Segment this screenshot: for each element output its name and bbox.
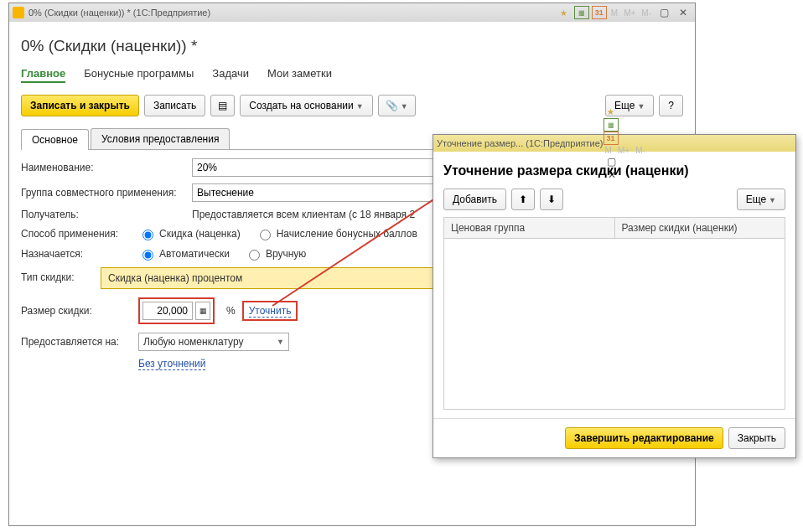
provided-label: Предоставляется на:	[21, 336, 138, 348]
window-title: 0% (Скидки (наценки)) * (1С:Предприятие)	[28, 8, 557, 18]
size-highlight-box: ▦	[138, 297, 215, 324]
size-input[interactable]	[142, 302, 193, 320]
clarify-highlight-box: Уточнить	[242, 301, 298, 321]
m-minus-indicator: M-	[640, 8, 653, 18]
assign-label: Назначается:	[21, 248, 138, 260]
subtab-conditions[interactable]: Условия предоставления	[91, 128, 230, 149]
provided-select[interactable]: Любую номенклатуру ▼	[138, 333, 289, 351]
method-discount-radio[interactable]: Скидка (наценка)	[138, 227, 241, 240]
calculator-field-icon[interactable]: ▦	[195, 302, 210, 320]
m-indicator: M	[604, 146, 614, 155]
modal-content: Уточнение размера скидки (наценки) Добав…	[433, 152, 795, 418]
method-bonus-radio[interactable]: Начисление бонусных баллов	[256, 227, 417, 240]
page-title: 0% (Скидки (наценки)) *	[21, 37, 683, 55]
column-discount-size[interactable]: Размер скидки (наценки)	[615, 218, 785, 238]
tab-main[interactable]: Главное	[21, 67, 65, 83]
tab-bonus[interactable]: Бонусные программы	[84, 67, 194, 83]
name-label: Наименование:	[21, 162, 192, 173]
modal-window: Уточнение размер... (1С:Предприятие) ★ ▦…	[433, 134, 796, 458]
clarify-link[interactable]: Уточнить	[249, 305, 292, 318]
calculator-icon[interactable]: ▦	[574, 6, 589, 19]
assign-auto-radio[interactable]: Автоматически	[138, 247, 230, 261]
size-label: Размер скидки:	[21, 305, 138, 317]
percent-sign: %	[226, 305, 236, 317]
type-label: Тип скидки:	[21, 267, 101, 289]
recipient-value: Предоставляется всем клиентам (с 18 янва…	[192, 209, 415, 220]
recipient-label: Получатель:	[21, 209, 192, 220]
subtab-main[interactable]: Основное	[21, 129, 89, 150]
table-header-row: Ценовая группа Размер скидки (наценки)	[444, 218, 785, 239]
create-based-button[interactable]: Создать на основании▼	[240, 95, 372, 116]
type-value: Скидка (наценка) процентом	[108, 272, 242, 284]
save-button[interactable]: Записать	[144, 95, 205, 116]
close-icon[interactable]: ✕	[675, 6, 692, 19]
m-plus-indicator: M+	[622, 8, 637, 18]
group-label: Группа совместного применения:	[21, 187, 192, 199]
modal-heading: Уточнение размера скидки (наценки)	[443, 163, 785, 178]
attach-icon-button[interactable]: 📎▼	[378, 95, 416, 116]
m-minus-indicator: M-	[634, 146, 647, 155]
m-plus-indicator: M+	[616, 146, 631, 155]
favorite-icon[interactable]: ★	[557, 6, 572, 19]
maximize-icon[interactable]: ▢	[655, 6, 672, 19]
main-toolbar: Записать и закрыть Записать ▤ Создать на…	[21, 95, 683, 116]
nav-tabs: Главное Бонусные программы Задачи Мои за…	[21, 67, 683, 83]
modal-window-title: Уточнение размер... (1С:Предприятие)	[437, 138, 604, 148]
help-button[interactable]: ?	[659, 95, 683, 116]
group-input[interactable]	[192, 183, 435, 202]
modal-toolbar: Добавить ⬆ ⬇ Еще▼	[443, 189, 785, 210]
tab-tasks[interactable]: Задачи	[212, 67, 249, 83]
save-close-button[interactable]: Записать и закрыть	[21, 95, 139, 116]
tab-notes[interactable]: Мои заметки	[267, 67, 332, 83]
move-up-button[interactable]: ⬆	[511, 189, 535, 210]
add-button[interactable]: Добавить	[443, 189, 506, 210]
calculator-icon[interactable]: ▦	[604, 118, 619, 132]
column-price-group[interactable]: Ценовая группа	[444, 218, 615, 238]
chevron-down-icon: ▼	[277, 338, 284, 346]
finish-edit-button[interactable]: Завершить редактирование	[565, 427, 723, 449]
method-label: Способ применения:	[21, 228, 138, 240]
modal-more-button[interactable]: Еще▼	[737, 189, 785, 210]
app-icon	[13, 7, 24, 18]
m-indicator: M	[609, 8, 619, 18]
close-button[interactable]: Закрыть	[728, 427, 785, 449]
move-down-button[interactable]: ⬇	[540, 189, 563, 210]
modal-footer: Завершить редактирование Закрыть	[433, 418, 795, 457]
report-icon-button[interactable]: ▤	[210, 95, 235, 116]
modal-title-bar: Уточнение размер... (1С:Предприятие) ★ ▦…	[433, 135, 795, 152]
main-title-bar: 0% (Скидки (наценки)) * (1С:Предприятие)…	[9, 3, 695, 22]
calendar-icon[interactable]: 31	[592, 6, 607, 19]
calendar-icon[interactable]: 31	[604, 132, 619, 145]
no-clarifications-link[interactable]: Без уточнений	[138, 358, 205, 370]
assign-manual-radio[interactable]: Вручную	[245, 247, 306, 261]
favorite-icon[interactable]: ★	[604, 105, 619, 118]
modal-table[interactable]: Ценовая группа Размер скидки (наценки)	[443, 217, 785, 410]
